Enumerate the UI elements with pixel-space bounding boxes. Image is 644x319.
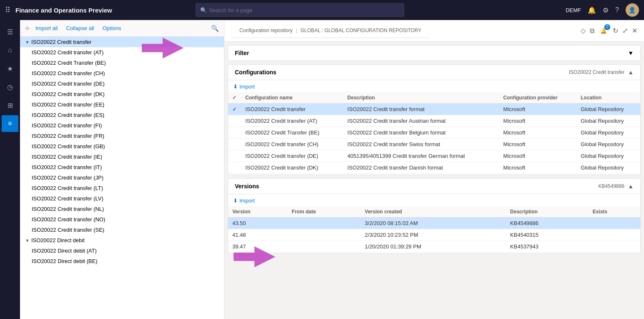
search-input[interactable]	[209, 7, 400, 13]
filter-icon[interactable]: ⊹	[25, 25, 30, 31]
versions-title: Versions	[235, 183, 259, 190]
tree-item[interactable]: ISO20022 Direct debit (BE)	[20, 256, 224, 266]
avatar[interactable]: 👤	[626, 3, 639, 17]
grid-menu-icon[interactable]: ⠿	[5, 5, 10, 15]
versions-table: Version From date Version created Descri…	[228, 206, 640, 253]
resize-icon[interactable]: ⤢	[622, 27, 628, 35]
exists-col-header: Exists	[589, 206, 640, 218]
versions-section-header: Versions KB4549886 ▲	[228, 179, 640, 194]
provider-cell: Microsoft	[499, 127, 577, 139]
table-row[interactable]: ISO20022 Credit Transfer (BE) ISO20022 C…	[228, 127, 640, 139]
configurations-import-button[interactable]: ⬇ Import	[228, 81, 640, 92]
breadcrumb-repository: Configuration repository	[239, 28, 292, 33]
tree-body: ▼ISO20022 Credit transferISO20022 Credit…	[20, 37, 224, 319]
location-cell: Global Repository	[576, 115, 640, 127]
tree-item[interactable]: ISO20022 Credit transfer (NO)	[20, 214, 224, 225]
versions-import-down-icon: ⬇	[233, 197, 238, 204]
notification-badge-button[interactable]: 🔔 0	[599, 26, 609, 36]
clock-icon[interactable]: ◷	[2, 78, 18, 95]
table-row[interactable]: ✓ ISO20022 Credit transfer ISO20022 Cred…	[228, 104, 640, 115]
configurations-section: Configurations ISO20022 Credit transfer …	[228, 64, 641, 175]
description-cell: ISO20022 Credit transfer Swiss format	[343, 139, 499, 150]
provider-cell: Microsoft	[499, 139, 577, 150]
table-row[interactable]: ISO20022 Credit transfer (AT) ISO20022 C…	[228, 115, 640, 127]
table-row[interactable]: ISO20022 Credit transfer (CH) ISO20022 C…	[228, 139, 640, 150]
expand-icon[interactable]: ⧉	[590, 27, 594, 35]
check-cell	[228, 162, 241, 174]
configurations-table-header: ✓ Configuration name Description Configu…	[228, 92, 640, 104]
versions-badge: KB4549886	[598, 183, 624, 189]
tree-item-label: ISO20022 Credit transfer	[31, 39, 92, 45]
table-row[interactable]: 39.47 1/20/2020 01:39:29 PM KB4537943	[228, 241, 640, 253]
table-row[interactable]: 43.50 3/2/2020 08:15:02 AM KB4549886	[228, 218, 640, 229]
tree-item[interactable]: ISO20022 Credit Transfer (BE)	[20, 58, 224, 68]
provider-cell: Microsoft	[499, 150, 577, 162]
help-icon[interactable]: ?	[615, 6, 619, 14]
version-created-col-header: Version created	[361, 206, 506, 218]
table-row[interactable]: ISO20022 Credit transfer (DK) ISO20022 C…	[228, 162, 640, 174]
table-row[interactable]: 41.48 2/3/2020 10:23:52 PM KB4540315	[228, 229, 640, 241]
tree-item[interactable]: ISO20022 Credit transfer (LT)	[20, 183, 224, 193]
settings-icon[interactable]: ⚙	[603, 6, 609, 14]
version-cell: 41.48	[228, 229, 287, 241]
description-cell: ISO20022 Credit transfer Danish format	[343, 162, 499, 174]
description-cell: ISO20022 Credit transfer Austrian format	[343, 115, 499, 127]
version-created-cell: 2/3/2020 10:23:52 PM	[361, 229, 506, 241]
tree-item[interactable]: ▼ISO20022 Credit transfer	[20, 37, 224, 47]
tree-item[interactable]: ISO20022 Credit transfer (FI)	[20, 120, 224, 131]
tree-item[interactable]: ISO20022 Direct debit (AT)	[20, 246, 224, 256]
configurations-collapse-button[interactable]: ▲	[628, 69, 634, 76]
versions-collapse-button[interactable]: ▲	[628, 183, 634, 190]
list-icon[interactable]: ≡	[2, 115, 18, 132]
import-down-icon: ⬇	[233, 84, 238, 90]
config-name-cell: ISO20022 Credit transfer	[241, 104, 343, 115]
app-title: Finance and Operations Preview	[15, 7, 112, 14]
tree-item[interactable]: ISO20022 Credit transfer (AT)	[20, 47, 224, 58]
tree-item[interactable]: ISO20022 Credit transfer (ES)	[20, 110, 224, 120]
hamburger-icon[interactable]: ☰	[2, 23, 18, 40]
tree-item[interactable]: ISO20022 Credit transfer (SE)	[20, 225, 224, 235]
tree-item[interactable]: ISO20022 Credit transfer (IT)	[20, 162, 224, 172]
filter-collapse-button[interactable]: ▼	[628, 50, 634, 56]
tree-item-label: ISO20022 Credit transfer (DE)	[32, 81, 105, 87]
grid-icon[interactable]: ⊞	[2, 97, 18, 114]
check-cell	[228, 139, 241, 150]
tree-item[interactable]: ISO20022 Credit transfer (LV)	[20, 193, 224, 204]
chevron-icon: ▼	[25, 40, 30, 45]
tree-item-label: ISO20022 Credit transfer (EE)	[32, 101, 104, 108]
home-icon[interactable]: ⌂	[2, 42, 18, 58]
refresh-icon[interactable]: ↻	[613, 27, 618, 35]
global-search[interactable]: 🔍	[196, 3, 404, 17]
close-icon[interactable]: ✕	[632, 27, 637, 35]
main-layout: ☰ ⌂ ★ ◷ ⊞ ≡ ⊹ Import all Collapse all Op…	[0, 20, 644, 319]
config-name-header: Configuration name	[241, 92, 343, 104]
tree-item[interactable]: ▼ISO20022 Direct debit	[20, 235, 224, 246]
tree-item[interactable]: ISO20022 Credit transfer (EE)	[20, 99, 224, 110]
tree-item[interactable]: ISO20022 Credit transfer (IE)	[20, 152, 224, 162]
tree-item[interactable]: ISO20022 Credit transfer (CH)	[20, 68, 224, 78]
table-row[interactable]: ISO20022 Credit transfer (DE) 4051395/40…	[228, 150, 640, 162]
tree-item[interactable]: ISO20022 Credit transfer (GB)	[20, 141, 224, 152]
check-cell: ✓	[228, 104, 241, 115]
tree-item[interactable]: ISO20022 Credit transfer (JP)	[20, 172, 224, 183]
notification-icon[interactable]: 🔔	[588, 6, 596, 14]
tree-search-icon[interactable]: 🔍	[211, 25, 219, 32]
tree-panel: ⊹ Import all Collapse all Options 🔍 ▼ISO…	[20, 20, 224, 319]
versions-import-button[interactable]: ⬇ Import	[228, 195, 640, 206]
tree-item[interactable]: ISO20022 Credit transfer (NL)	[20, 204, 224, 214]
options-button[interactable]: Options	[100, 23, 124, 33]
tree-item-label: ISO20022 Direct debit (BE)	[32, 258, 98, 264]
description-cell: ISO20022 Credit transfer Belgium format	[343, 127, 499, 139]
tree-item[interactable]: ISO20022 Credit transfer (DE)	[20, 78, 224, 89]
collapse-all-button[interactable]: Collapse all	[63, 23, 96, 33]
diamond-icon[interactable]: ◇	[581, 27, 586, 35]
tree-item-label: ISO20022 Credit transfer (GB)	[32, 143, 105, 149]
location-cell: Global Repository	[576, 150, 640, 162]
check-cell	[228, 150, 241, 162]
description-col-header: Description	[506, 206, 589, 218]
star-icon[interactable]: ★	[2, 60, 18, 77]
import-all-button[interactable]: Import all	[33, 23, 60, 33]
tree-item[interactable]: ISO20022 Credit transfer (DK)	[20, 89, 224, 99]
tree-item[interactable]: ISO20022 Credit transfer (FR)	[20, 131, 224, 141]
tree-item-label: ISO20022 Credit transfer (FI)	[32, 122, 102, 129]
